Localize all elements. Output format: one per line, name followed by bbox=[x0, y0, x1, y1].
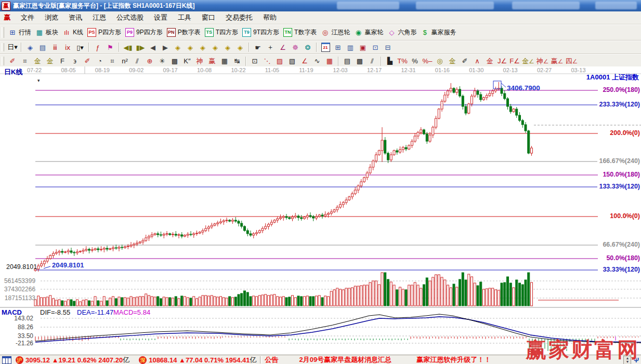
scroll-spinner[interactable]: ▲▼ bbox=[623, 356, 631, 364]
gold-angle-tool[interactable]: 金∠ bbox=[521, 56, 535, 66]
star-tool[interactable]: ✳ bbox=[156, 56, 168, 66]
menu-item-公式选股[interactable]: 公式选股 bbox=[111, 14, 149, 21]
expand-v-icon[interactable]: ◈ bbox=[222, 42, 233, 53]
save-icon[interactable]: ▣ bbox=[357, 42, 369, 53]
kline-button[interactable]: ılıK线 bbox=[62, 28, 83, 37]
angle-icon[interactable]: ∠ bbox=[277, 42, 289, 53]
p-square-button[interactable]: PSP四方形 bbox=[87, 28, 121, 37]
ying-angle-tool[interactable]: 赢∠ bbox=[551, 56, 564, 66]
menu-item-资讯[interactable]: 资讯 bbox=[63, 14, 87, 21]
toolbar-grip[interactable] bbox=[2, 43, 4, 52]
first-page-icon[interactable]: ◀▮ bbox=[122, 42, 134, 53]
bars3-icon[interactable]: ⅲ bbox=[49, 42, 61, 53]
j-angle-tool[interactable]: J∠ bbox=[496, 56, 508, 66]
t-number-button[interactable]: TNT数字表 bbox=[283, 28, 317, 37]
hand-icon[interactable]: ☛ bbox=[252, 42, 264, 53]
tpct-tool[interactable]: T% bbox=[397, 56, 408, 66]
four-angle-tool[interactable]: 四∠ bbox=[565, 56, 578, 66]
mirror-tool[interactable]: ⫽ bbox=[132, 56, 143, 66]
crosshair-icon[interactable]: ＋ bbox=[265, 42, 276, 53]
toolbar-grip[interactable] bbox=[2, 57, 4, 66]
sectors-button[interactable]: ▦板块 bbox=[35, 28, 58, 37]
9p-square-button[interactable]: P99P四方形 bbox=[125, 28, 163, 37]
slash-tool[interactable]: ⫽ bbox=[367, 56, 378, 66]
menu-item-窗口[interactable]: 窗口 bbox=[197, 14, 220, 21]
expand-h-icon[interactable]: ◈ bbox=[197, 42, 208, 53]
wave-tool[interactable]: ∿ bbox=[311, 56, 323, 66]
bars9-icon[interactable]: ⅸ bbox=[62, 42, 73, 53]
pencil-tool[interactable]: ✐ bbox=[7, 56, 18, 66]
formula-icon[interactable]: ƒ bbox=[92, 42, 103, 53]
grid4-tool[interactable]: ▩ bbox=[354, 56, 365, 66]
t-square-button[interactable]: TST四方形 bbox=[205, 28, 238, 37]
circle3-tool[interactable]: ◔ bbox=[94, 56, 106, 66]
gold-red-tool[interactable]: 金 bbox=[484, 56, 495, 66]
pane-type-label[interactable]: 日K线 bbox=[4, 68, 22, 77]
sh-index[interactable]: 3095.12 bbox=[25, 356, 50, 364]
menu-item-江恩[interactable]: 江恩 bbox=[87, 14, 111, 21]
news-headline-2[interactable]: 赢家江恩软件升级了！！ bbox=[416, 355, 491, 364]
web-tool[interactable]: ▩ bbox=[169, 56, 180, 66]
k2-tool[interactable]: K″ bbox=[181, 56, 193, 66]
n2-tool[interactable]: n² bbox=[119, 56, 130, 66]
web-chart-icon[interactable]: ◈ bbox=[24, 42, 36, 53]
note-icon[interactable]: ▤ bbox=[37, 42, 48, 53]
gold-rule-tool[interactable]: 金 bbox=[447, 56, 458, 66]
menu-item-帮助[interactable]: 帮助 bbox=[258, 14, 282, 21]
hexagon-button[interactable]: ◇六角形 bbox=[387, 28, 416, 37]
quotes-button[interactable]: ⊞行情 bbox=[8, 28, 31, 37]
pct-tool[interactable]: % bbox=[409, 56, 421, 66]
pane-dropdown-arrow[interactable]: ▾ bbox=[37, 78, 40, 83]
grid3-tool[interactable]: ▤ bbox=[342, 56, 353, 66]
grid-lines-tool[interactable]: ⌗ bbox=[19, 56, 31, 66]
gann-wheel-button[interactable]: ◎江恩轮 bbox=[321, 28, 350, 37]
trend-flag-icon[interactable]: ⚑ bbox=[104, 42, 116, 53]
news-headline-1[interactable]: 2月09号赢家早盘题材消息汇总 bbox=[299, 355, 392, 364]
expand-left-icon[interactable]: ◈ bbox=[172, 42, 184, 53]
spiral-tool[interactable]: ϶ bbox=[69, 56, 81, 66]
report-icon[interactable]: ▥ bbox=[345, 42, 356, 53]
fibo-tool[interactable]: F bbox=[57, 56, 68, 66]
draw-candle-tool[interactable]: ✐ bbox=[459, 56, 470, 66]
hash-tool[interactable]: ⌗ bbox=[107, 56, 118, 66]
quote-table-icon[interactable] bbox=[2, 356, 11, 364]
gold-circle-tool[interactable]: ◎ bbox=[434, 56, 446, 66]
grid123-tool[interactable]: ▦ bbox=[219, 56, 230, 66]
bars-tool[interactable]: ▙ bbox=[384, 56, 396, 66]
p-number-button[interactable]: PNP数字表 bbox=[167, 28, 201, 37]
box-tool[interactable]: ⊡ bbox=[249, 56, 260, 66]
next-icon[interactable]: ▶ bbox=[160, 42, 171, 53]
winner-service-button[interactable]: $赢家服务 bbox=[421, 28, 456, 37]
menu-item-工具[interactable]: 工具 bbox=[173, 14, 197, 21]
remote-icon[interactable]: ⊡ bbox=[370, 42, 381, 53]
sz-index[interactable]: 10868.14 bbox=[149, 356, 177, 364]
gold-line-tool[interactable]: 金 bbox=[32, 56, 43, 66]
candle-style-dropdown[interactable]: ▯▾ bbox=[74, 42, 86, 53]
angle2-tool[interactable]: ∠ bbox=[299, 56, 310, 66]
calculator-icon[interactable]: ⊞ bbox=[332, 42, 344, 53]
pattern-icon[interactable]: ❂ bbox=[302, 42, 313, 53]
menu-item-浏览[interactable]: 浏览 bbox=[40, 14, 63, 21]
9t-square-button[interactable]: T99T四方形 bbox=[242, 28, 279, 37]
shen-tool[interactable]: 神 bbox=[194, 56, 205, 66]
shen-angle-tool[interactable]: 神∠ bbox=[536, 56, 550, 66]
calendar-icon[interactable]: 21 bbox=[320, 42, 331, 53]
shade2-tool[interactable]: ▧ bbox=[286, 56, 298, 66]
expand-right-icon[interactable]: ◈ bbox=[185, 42, 196, 53]
pencil2-tool[interactable]: ✐ bbox=[82, 56, 93, 66]
menu-item-文件[interactable]: 文件 bbox=[16, 14, 40, 21]
shade1-tool[interactable]: ▨ bbox=[274, 56, 285, 66]
ying-tool[interactable]: 赢 bbox=[206, 56, 218, 66]
print-icon[interactable]: ⊟ bbox=[382, 42, 394, 53]
announce-label[interactable]: 公告 bbox=[265, 355, 279, 364]
last-page-icon[interactable]: ▮▶ bbox=[135, 42, 146, 53]
width-tool[interactable]: ↹ bbox=[231, 56, 243, 66]
a-wave-tool[interactable]: ∧ bbox=[472, 56, 483, 66]
compass-tool[interactable]: ⊕ bbox=[144, 56, 155, 66]
shrink-h-icon[interactable]: ◈ bbox=[210, 42, 221, 53]
shrink-v-icon[interactable]: ◈ bbox=[234, 42, 246, 53]
f-angle-tool[interactable]: F∠ bbox=[509, 56, 520, 66]
prev-icon[interactable]: ◀ bbox=[147, 42, 159, 53]
menu-item-设置[interactable]: 设置 bbox=[149, 14, 173, 21]
pctline-tool[interactable]: %– bbox=[422, 56, 433, 66]
